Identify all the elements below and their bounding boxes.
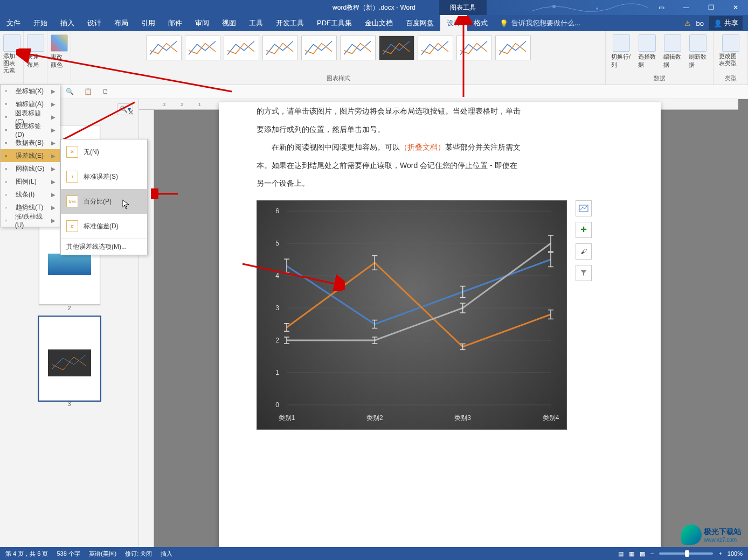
switch-rowcol-icon — [613, 34, 630, 52]
menu-gridlines[interactable]: ▫网格线(G)▶ — [1, 162, 60, 175]
chart-elements-button[interactable]: + — [576, 222, 592, 238]
svg-text:类别3: 类别3 — [454, 414, 471, 422]
edit-data-button[interactable]: 编辑数据 — [661, 33, 684, 70]
minimize-icon[interactable]: — — [674, 0, 698, 15]
svg-text:6: 6 — [275, 207, 279, 215]
ribbon-tab-11[interactable]: PDF工具集 — [310, 15, 358, 31]
clipboard-icon[interactable]: 📋 — [84, 88, 93, 96]
status-language[interactable]: 英语(美国) — [89, 550, 116, 558]
tell-me-input[interactable]: 告诉我您想要做什么... — [511, 18, 580, 28]
attach-icon[interactable]: 🗋 — [102, 88, 111, 96]
zoom-out-button[interactable]: − — [650, 550, 654, 557]
ribbon-tab-15[interactable]: 格式 — [467, 15, 494, 31]
chart-layout-button[interactable] — [576, 200, 592, 216]
add-chart-element-button[interactable]: 添加图表元素 — [1, 33, 23, 75]
chart-style-thumb[interactable] — [418, 36, 453, 60]
lines-icon: ▫ — [5, 191, 12, 198]
refresh-data-button[interactable]: 刷新数据 — [687, 33, 710, 70]
zoom-slider[interactable] — [659, 552, 713, 555]
chart-styles-gallery[interactable] — [144, 33, 533, 74]
svg-text:0: 0 — [275, 401, 279, 409]
chevron-right-icon: ▶ — [51, 218, 56, 223]
status-bar: 第 4 页，共 6 页 538 个字 英语(美国) 修订: 关闭 插入 ▤ ▦ … — [0, 547, 748, 560]
view-read-mode-icon[interactable]: ▤ — [618, 550, 624, 557]
chart-style-thumb[interactable] — [185, 36, 220, 60]
ribbon-tab-0[interactable]: 文件 — [0, 15, 27, 31]
chart-style-thumb[interactable] — [262, 36, 298, 60]
chart-style-thumb[interactable] — [146, 36, 182, 60]
chart-tools-context-tab[interactable]: 图表工具 — [439, 0, 487, 15]
ribbon-display-options-icon[interactable]: ▭ — [649, 0, 674, 15]
ribbon-tab-8[interactable]: 视图 — [216, 15, 243, 31]
status-insert-mode[interactable]: 插入 — [161, 550, 172, 558]
menu-lines[interactable]: ▫线条(I)▶ — [1, 188, 60, 201]
chart-styles-button[interactable]: 🖌 — [576, 243, 592, 260]
error-bars-none[interactable]: ✕ 无(N) — [61, 139, 147, 164]
ribbon-tab-7[interactable]: 审阅 — [189, 15, 216, 31]
ribbon-tab-13[interactable]: 百度网盘 — [399, 15, 440, 31]
ribbon-tab-10[interactable]: 开发工具 — [269, 15, 310, 31]
zoom-icon[interactable]: 🔍 — [66, 88, 74, 96]
ribbon-tab-14[interactable]: 设计 — [440, 15, 467, 31]
status-word-count[interactable]: 538 个字 — [57, 550, 80, 558]
menu-data-labels[interactable]: ▫数据标签(D)▶ — [1, 123, 60, 136]
error-bars-standard-deviation[interactable]: σ 标准偏差(D) — [61, 214, 147, 239]
status-page[interactable]: 第 4 页，共 6 页 — [5, 550, 48, 558]
chart-filter-button[interactable] — [576, 265, 592, 281]
view-print-layout-icon[interactable]: ▦ — [629, 550, 634, 557]
type-group-label: 类型 — [725, 74, 737, 82]
ribbon-tab-4[interactable]: 布局 — [108, 15, 135, 31]
menu-legend[interactable]: ▫图例(L)▶ — [1, 175, 60, 188]
user-name[interactable]: bo — [696, 19, 704, 27]
change-chart-type-button[interactable]: 更改图表类型 — [717, 33, 744, 68]
share-button[interactable]: 👤共享 — [709, 16, 743, 30]
chart-style-thumb[interactable] — [456, 36, 492, 60]
data-group-label: 数据 — [654, 74, 666, 82]
ribbon-tab-1[interactable]: 开始 — [27, 15, 54, 31]
svg-text:3: 3 — [275, 304, 279, 312]
chart-style-thumb[interactable] — [301, 36, 337, 60]
select-data-button[interactable]: 选择数据 — [636, 33, 659, 70]
chart-style-thumb[interactable] — [224, 36, 259, 60]
ribbon-tab-12[interactable]: 金山文档 — [358, 15, 399, 31]
error-bars-standard-error[interactable]: ⟟ 标准误差(S) — [61, 164, 147, 189]
error-bars-submenu: ✕ 无(N) ⟟ 标准误差(S) 5% 百分比(P) σ 标准偏差(D) 其他误… — [60, 139, 148, 255]
change-colors-button[interactable]: 更改颜色 — [49, 33, 70, 70]
chevron-right-icon: ▶ — [51, 101, 56, 107]
error-bars-icon: ▫ — [5, 152, 12, 159]
warning-icon[interactable]: ⚠ — [684, 19, 691, 27]
ribbon-tab-2[interactable]: 插入 — [54, 15, 81, 31]
menu-error-bars[interactable]: ▫误差线(E)▶ — [1, 149, 60, 162]
std-dev-icon: σ — [66, 220, 78, 232]
ribbon-tab-6[interactable]: 邮件 — [162, 15, 189, 31]
error-bars-more-options[interactable]: 其他误差线选项(M)... — [61, 239, 147, 255]
gridlines-icon: ▫ — [5, 165, 12, 172]
thumb-page-number: 3 — [39, 401, 100, 407]
ribbon-tab-3[interactable]: 设计 — [81, 15, 108, 31]
chart-style-thumb[interactable] — [340, 36, 376, 60]
chart-style-thumb[interactable] — [495, 36, 531, 60]
menu-data-table[interactable]: ▫数据表(B)▶ — [1, 136, 60, 149]
document-area: 3211234567891011121314151617 的方式，请单击该图片，… — [139, 99, 748, 547]
menu-axes[interactable]: ▫坐标轴(X)▶ — [1, 85, 60, 97]
page-thumbnail[interactable] — [39, 317, 100, 401]
view-web-layout-icon[interactable]: ▩ — [640, 550, 645, 557]
switch-row-col-button[interactable]: 切换行/列 — [609, 33, 634, 70]
embedded-chart[interactable]: 0123456类别1类别2类别3类别4 + 🖌 — [257, 200, 567, 430]
error-bars-percentage[interactable]: 5% 百分比(P) — [61, 189, 147, 214]
chart-style-thumb[interactable] — [379, 36, 414, 60]
zoom-in-button[interactable]: + — [718, 550, 722, 557]
ribbon-tab-5[interactable]: 引用 — [135, 15, 162, 31]
status-track-changes[interactable]: 修订: 关闭 — [125, 550, 152, 558]
close-icon[interactable]: ✕ — [723, 0, 748, 15]
restore-icon[interactable]: ❐ — [698, 0, 723, 15]
zoom-level[interactable]: 100% — [728, 550, 743, 557]
nav-close-button[interactable]: × — [128, 108, 133, 117]
body-text: 在新的阅读视图中阅读更加容易。可以（折叠文档）某些部分并关注所需文 — [257, 138, 623, 157]
std-err-icon: ⟟ — [66, 171, 78, 183]
legend-icon: ▫ — [5, 178, 12, 185]
menu-updown-bars[interactable]: ▫涨/跌柱线(U)▶ — [1, 214, 60, 227]
quick-layout-button[interactable]: 快速布局 — [25, 33, 46, 70]
edit-data-icon — [664, 34, 681, 52]
ribbon-tab-9[interactable]: 工具 — [243, 15, 269, 31]
